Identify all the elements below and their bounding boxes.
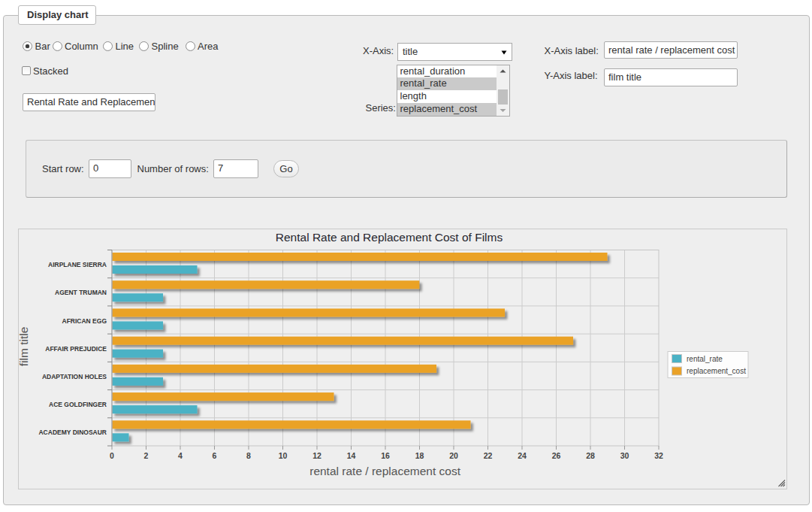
svg-text:32: 32: [654, 451, 663, 460]
svg-text:28: 28: [586, 451, 595, 460]
svg-text:ACADEMY DINOSAUR: ACADEMY DINOSAUR: [38, 429, 107, 436]
svg-text:8: 8: [246, 451, 251, 460]
svg-text:AFRICAN EGG: AFRICAN EGG: [62, 317, 107, 325]
svg-text:22: 22: [484, 451, 493, 460]
svg-text:14: 14: [347, 451, 356, 460]
svg-text:film title: film title: [19, 327, 30, 367]
svg-text:ADAPTATION HOLES: ADAPTATION HOLES: [42, 373, 107, 380]
svg-text:AFFAIR PREJUDICE: AFFAIR PREJUDICE: [45, 345, 107, 353]
svg-text:10: 10: [279, 451, 288, 460]
svg-text:6: 6: [213, 451, 217, 460]
svg-text:16: 16: [381, 451, 390, 460]
svg-text:2: 2: [144, 451, 149, 460]
svg-text:AIRPLANE SIERRA: AIRPLANE SIERRA: [48, 261, 107, 268]
svg-text:26: 26: [552, 451, 561, 460]
svg-text:ACE GOLDFINGER: ACE GOLDFINGER: [49, 401, 107, 408]
svg-text:30: 30: [620, 451, 629, 460]
svg-text:Rental Rate and Replacement Co: Rental Rate and Replacement Cost of Film…: [276, 231, 503, 244]
svg-text:AGENT TRUMAN: AGENT TRUMAN: [55, 289, 107, 296]
svg-text:rental rate / replacement cost: rental rate / replacement cost: [309, 465, 460, 477]
svg-text:12: 12: [312, 451, 321, 460]
svg-text:20: 20: [449, 451, 458, 460]
svg-text:18: 18: [415, 451, 424, 460]
svg-text:4: 4: [178, 451, 183, 460]
svg-text:rental_rate: rental_rate: [687, 355, 723, 363]
svg-text:24: 24: [518, 451, 527, 460]
svg-text:0: 0: [110, 451, 114, 460]
svg-text:replacement_cost: replacement_cost: [687, 367, 746, 375]
